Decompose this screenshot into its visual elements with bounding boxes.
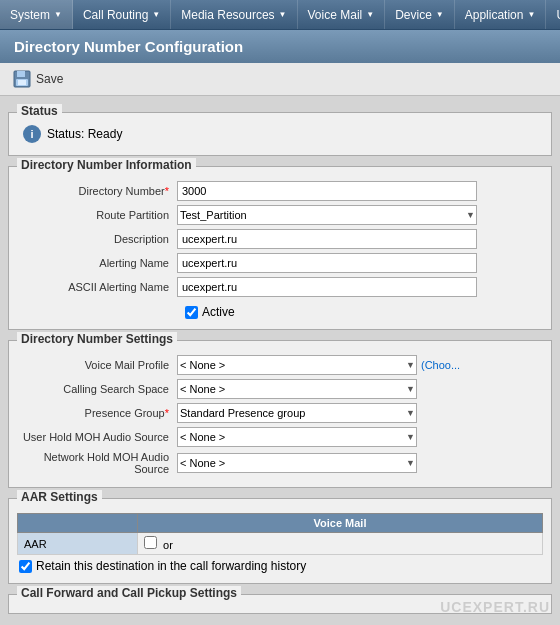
page-title: Directory Number Configuration [0, 30, 560, 63]
network-hold-moh-select[interactable]: < None > [177, 453, 417, 473]
user-hold-moh-select[interactable]: < None > [177, 427, 417, 447]
svg-rect-1 [17, 71, 25, 77]
nav-item-media-resources[interactable]: Media Resources ▼ [171, 0, 297, 29]
ascii-alerting-name-input[interactable] [177, 277, 477, 297]
description-input[interactable] [177, 229, 477, 249]
svg-rect-3 [18, 80, 26, 85]
voicemail-choose-link[interactable]: (Choo... [421, 359, 460, 371]
presence-group-row: Presence Group* Standard Presence group … [17, 403, 543, 423]
nav-arrow-system: ▼ [54, 10, 62, 19]
network-hold-moh-row: Network Hold MOH Audio Source < None > ▼ [17, 451, 543, 475]
route-partition-row: Route Partition Test_Partition ▼ [17, 205, 543, 225]
directory-number-label: Directory Number* [17, 185, 177, 197]
info-icon: i [23, 125, 41, 143]
nav-item-user-manage[interactable]: User Manage... ▼ [546, 0, 560, 29]
retain-checkbox[interactable] [19, 560, 32, 573]
nav-bar: System ▼ Call Routing ▼ Media Resources … [0, 0, 560, 30]
dn-info-section: Directory Number Information Directory N… [8, 166, 552, 330]
dn-info-title: Directory Number Information [17, 158, 196, 172]
aar-col-voicemail: Voice Mail [138, 514, 543, 533]
directory-number-input[interactable] [177, 181, 477, 201]
nav-arrow-application: ▼ [527, 10, 535, 19]
status-row: i Status: Ready [17, 121, 543, 147]
user-hold-moh-label: User Hold MOH Audio Source [17, 431, 177, 443]
status-text: Status: Ready [47, 127, 122, 141]
save-button[interactable]: Save [12, 69, 63, 89]
alerting-name-label: Alerting Name [17, 257, 177, 269]
ascii-alerting-name-row: ASCII Alerting Name [17, 277, 543, 297]
active-label: Active [202, 305, 235, 319]
directory-number-row: Directory Number* [17, 181, 543, 201]
description-label: Description [17, 233, 177, 245]
required-star: * [165, 185, 169, 197]
alerting-name-row: Alerting Name [17, 253, 543, 273]
status-section: Status i Status: Ready [8, 112, 552, 156]
nav-arrow-voice-mail: ▼ [366, 10, 374, 19]
description-row: Description [17, 229, 543, 249]
nav-item-device[interactable]: Device ▼ [385, 0, 455, 29]
aar-table: Voice Mail AAR or [17, 513, 543, 555]
user-hold-moh-row: User Hold MOH Audio Source < None > ▼ [17, 427, 543, 447]
voicemail-profile-select[interactable]: < None > [177, 355, 417, 375]
watermark: UCEXPERT.RU [440, 599, 550, 615]
main-content: Status i Status: Ready Directory Number … [0, 96, 560, 625]
nav-item-application[interactable]: Application ▼ [455, 0, 547, 29]
retain-row: Retain this destination in the call forw… [17, 555, 543, 577]
aar-row: AAR or [18, 533, 543, 555]
nav-arrow-media-resources: ▼ [279, 10, 287, 19]
aar-or-text: or [163, 539, 173, 551]
aar-voicemail-cell: or [138, 533, 543, 555]
route-partition-select[interactable]: Test_Partition [177, 205, 477, 225]
presence-group-label: Presence Group* [17, 407, 177, 419]
active-row: Active [17, 301, 543, 321]
nav-item-call-routing[interactable]: Call Routing ▼ [73, 0, 171, 29]
css-select[interactable]: < None > [177, 379, 417, 399]
status-section-title: Status [17, 104, 62, 118]
css-row: Calling Search Space < None > ▼ [17, 379, 543, 399]
css-label: Calling Search Space [17, 383, 177, 395]
voicemail-profile-row: Voice Mail Profile < None > ▼ (Choo... [17, 355, 543, 375]
dn-settings-title: Directory Number Settings [17, 332, 177, 346]
nav-arrow-call-routing: ▼ [152, 10, 160, 19]
active-checkbox[interactable] [185, 306, 198, 319]
route-partition-label: Route Partition [17, 209, 177, 221]
nav-arrow-device: ▼ [436, 10, 444, 19]
ascii-alerting-name-label: ASCII Alerting Name [17, 281, 177, 293]
network-hold-moh-label: Network Hold MOH Audio Source [17, 451, 177, 475]
save-icon [12, 69, 32, 89]
voicemail-profile-label: Voice Mail Profile [17, 359, 177, 371]
aar-settings-section: AAR Settings Voice Mail AAR or [8, 498, 552, 584]
call-forward-title: Call Forward and Call Pickup Settings [17, 586, 241, 600]
aar-row-label: AAR [18, 533, 138, 555]
nav-item-system[interactable]: System ▼ [0, 0, 73, 29]
presence-required-star: * [165, 407, 169, 419]
nav-item-voice-mail[interactable]: Voice Mail ▼ [298, 0, 386, 29]
retain-label: Retain this destination in the call forw… [36, 559, 306, 573]
presence-group-select[interactable]: Standard Presence group [177, 403, 417, 423]
aar-voicemail-checkbox[interactable] [144, 536, 157, 549]
alerting-name-input[interactable] [177, 253, 477, 273]
aar-settings-title: AAR Settings [17, 490, 102, 504]
dn-settings-section: Directory Number Settings Voice Mail Pro… [8, 340, 552, 488]
aar-col-empty [18, 514, 138, 533]
toolbar: Save [0, 63, 560, 96]
